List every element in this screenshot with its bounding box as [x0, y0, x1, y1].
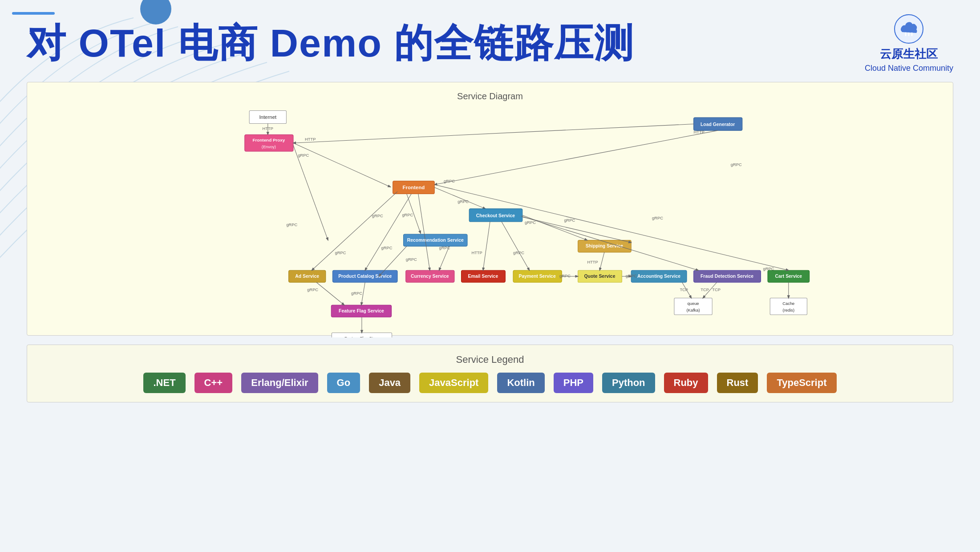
svg-text:gRPC: gRPC [406, 257, 417, 262]
svg-text:gRPC: gRPC [458, 199, 469, 204]
svg-text:TCP: TCP [680, 288, 688, 292]
svg-text:Load Generator: Load Generator [701, 122, 735, 127]
svg-line-51 [522, 215, 587, 240]
svg-text:(redis): (redis) [783, 308, 794, 313]
svg-line-55 [599, 252, 604, 271]
svg-text:Feature Flag Service: Feature Flag Service [339, 308, 384, 313]
svg-text:Frontend Proxy: Frontend Proxy [252, 138, 285, 142]
legend-badge-python: Python [602, 373, 655, 393]
logo-name: 云原生社区 [880, 46, 938, 62]
svg-text:Product Catalog Service: Product Catalog Service [338, 274, 392, 279]
legend-badge-rust: Rust [717, 373, 758, 393]
legend-badge-ruby: Ruby [664, 373, 708, 393]
legend-badge-erlang-elixir: Erlang/Elixir [241, 373, 318, 393]
logo-subtitle: Cloud Native Community [865, 64, 953, 73]
svg-text:gRPC: gRPC [381, 246, 393, 250]
svg-text:gRPC: gRPC [525, 220, 536, 225]
header: 对 OTel 电商 Demo 的全链路压测 云原生社区 Cloud Native… [0, 0, 980, 82]
svg-text:HTTP: HTTP [471, 251, 482, 255]
legend-badge-typescript: TypeScript [767, 373, 836, 393]
svg-line-101 [293, 124, 694, 143]
svg-text:HTTP: HTTP [587, 260, 598, 264]
svg-text:(Kafka): (Kafka) [686, 308, 700, 313]
svg-text:gRPC: gRPC [372, 214, 383, 218]
svg-text:Payment Service: Payment Service [518, 274, 555, 279]
legend-title: Service Legend [45, 354, 935, 365]
svg-text:(Envoy): (Envoy) [262, 145, 276, 149]
svg-text:gRPC: gRPC [731, 162, 742, 167]
legend-badge-go: Go [327, 373, 360, 393]
svg-text:Shipping Service: Shipping Service [586, 244, 624, 248]
legend-badge-java: Java [369, 373, 410, 393]
svg-text:Frontend: Frontend [403, 185, 425, 190]
svg-text:gRPC: gRPC [298, 153, 309, 158]
svg-text:gRPC: gRPC [402, 213, 413, 217]
legend-badge-php: PHP [554, 373, 593, 393]
svg-text:Ad Service: Ad Service [295, 274, 319, 279]
svg-line-67 [316, 282, 344, 305]
cloud-native-logo [893, 13, 924, 45]
svg-text:Internet: Internet [259, 114, 277, 120]
svg-text:HTTP: HTTP [305, 137, 316, 142]
svg-line-13 [293, 145, 328, 240]
svg-line-11 [293, 143, 390, 187]
svg-text:Feature Flag Store: Feature Flag Store [344, 336, 379, 337]
svg-text:Recommendation Service: Recommendation Service [407, 238, 464, 243]
svg-text:gRPC: gRPC [513, 251, 524, 255]
svg-text:Email Service: Email Service [468, 274, 498, 279]
svg-line-47 [502, 222, 529, 270]
svg-text:Accounting Service: Accounting Service [637, 274, 680, 279]
svg-text:TCP: TCP [712, 288, 721, 292]
svg-text:Currency Service: Currency Service [411, 274, 449, 279]
svg-line-63 [434, 185, 789, 270]
svg-text:gRPC: gRPC [652, 216, 663, 220]
svg-text:Cart Service: Cart Service [775, 274, 802, 279]
legend-badge--net: .NET [143, 373, 185, 393]
legend-badge-kotlin: Kotlin [497, 373, 544, 393]
svg-text:gRPC: gRPC [626, 274, 637, 278]
svg-text:gRPC: gRPC [763, 267, 774, 271]
service-diagram-container: Service Diagram Internet HTTP Frontend P… [27, 82, 953, 336]
svg-text:TCP: TCP [701, 288, 709, 292]
legend-badge-c--: C++ [194, 373, 233, 393]
svg-text:Quote Service: Quote Service [584, 274, 616, 279]
svg-line-90 [522, 217, 631, 243]
svg-line-35 [365, 194, 411, 271]
svg-text:gRPC: gRPC [559, 274, 571, 278]
svg-text:gRPC: gRPC [335, 251, 346, 255]
page-title: 对 OTel 电商 Demo 的全链路压测 [27, 22, 634, 65]
svg-text:gRPC: gRPC [307, 288, 318, 292]
svg-text:gRPC: gRPC [564, 218, 575, 223]
svg-line-98 [521, 216, 698, 271]
svg-line-17 [434, 130, 717, 185]
svg-text:Fraud Detection Service: Fraud Detection Service [701, 274, 753, 279]
svg-text:gRPC: gRPC [444, 179, 455, 183]
svg-text:gRPC: gRPC [286, 223, 297, 227]
svg-text:Checkout Service: Checkout Service [476, 213, 515, 218]
legend-badge-javascript: JavaScript [419, 373, 488, 393]
svg-text:queue: queue [688, 301, 699, 306]
svg-text:gRPC: gRPC [351, 291, 362, 296]
service-diagram-svg: Internet HTTP Frontend Proxy (Envoy) HTT… [36, 106, 944, 337]
legend-items: .NETC++Erlang/ElixirGoJavaJavaScriptKotl… [45, 373, 935, 393]
svg-line-43 [483, 222, 490, 270]
svg-text:Cache: Cache [782, 301, 794, 306]
diagram-title: Service Diagram [36, 91, 944, 101]
legend-container: Service Legend .NETC++Erlang/ElixirGoJav… [27, 345, 953, 402]
logo-area: 云原生社区 Cloud Native Community [865, 13, 953, 73]
